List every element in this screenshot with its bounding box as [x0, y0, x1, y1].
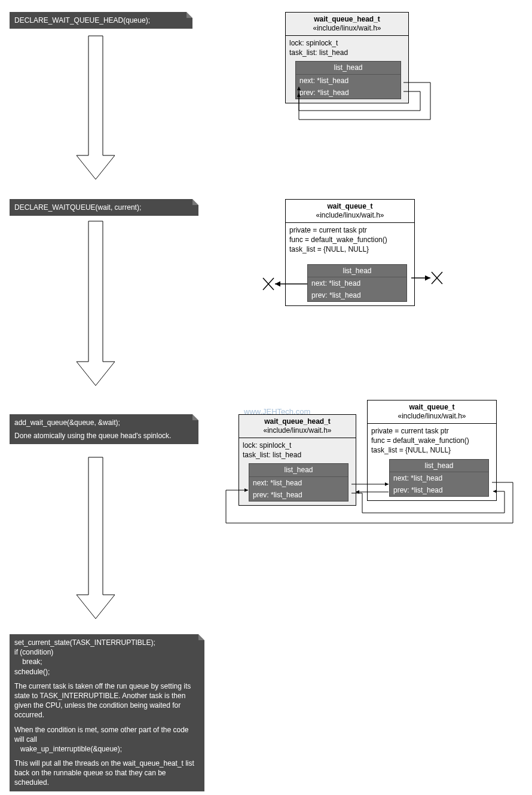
code-line: DECLARE_WAIT_QUEUE_HEAD(queue); [14, 16, 188, 25]
code-box-add-wait-queue: add_wait_queue(&queue, &wait); Done atom… [10, 414, 198, 444]
struct-title: wait_queue_t «include/linux/wait.h» [286, 200, 414, 223]
code-line: break; [14, 657, 200, 666]
fold-icon [198, 634, 204, 640]
svg-line-3 [432, 272, 442, 284]
svg-line-1 [263, 278, 274, 290]
list-head-box: list_head next: *list_head prev: *list_h… [295, 61, 401, 99]
struct-body: lock: spinlock_t task_list: list_head li… [239, 438, 356, 505]
code-desc: This will put all the threads on the wai… [14, 759, 200, 788]
code-desc: wake_up_interruptible(&queue); [14, 744, 200, 754]
struct-head-step3: wait_queue_head_t «include/linux/wait.h»… [239, 414, 356, 506]
fold-icon [192, 414, 198, 420]
struct-wq-step3: wait_queue_t «include/linux/wait.h» priv… [367, 400, 497, 501]
code-line: set_current_state(TASK_INTERRUPTIBLE); [14, 638, 200, 647]
flow-arrow-2 [77, 221, 115, 386]
flow-arrow-3 [77, 457, 115, 619]
list-head-box: list_head next: *list_head prev: *list_h… [249, 463, 348, 502]
code-box-schedule: set_current_state(TASK_INTERRUPTIBLE); i… [10, 634, 204, 791]
code-line: add_wait_queue(&queue, &wait); [14, 418, 194, 427]
list-head-box: list_head next: *list_head prev: *list_h… [307, 264, 407, 302]
fold-icon [192, 199, 198, 205]
struct-head-top: wait_queue_head_t «include/linux/wait.h»… [285, 12, 409, 103]
code-line: DECLARE_WAITQUEUE(wait, current); [14, 203, 194, 212]
struct-title: wait_queue_head_t «include/linux/wait.h» [239, 415, 356, 438]
code-box-declare-head: DECLARE_WAIT_QUEUE_HEAD(queue); [10, 12, 192, 29]
code-desc: When the condition is met, some other pa… [14, 725, 200, 744]
svg-line-0 [263, 278, 274, 290]
struct-wq-mid: wait_queue_t «include/linux/wait.h» priv… [285, 199, 415, 306]
struct-body: lock: spinlock_t task_list: list_head li… [286, 36, 408, 103]
code-line: if (condition) [14, 647, 200, 657]
code-box-declare-wait: DECLARE_WAITQUEUE(wait, current); [10, 199, 198, 216]
struct-body: private = current task ptr func = defaul… [368, 424, 496, 500]
struct-title: wait_queue_t «include/linux/wait.h» [368, 400, 496, 424]
list-head-box: list_head next: *list_head prev: *list_h… [389, 459, 489, 497]
svg-line-2 [432, 272, 442, 284]
null-x-right [411, 272, 442, 284]
code-line: schedule(); [14, 667, 200, 677]
code-desc: Done atomically using the queue head's s… [14, 431, 194, 441]
fold-icon [186, 12, 192, 18]
struct-title: wait_queue_head_t «include/linux/wait.h» [286, 13, 408, 36]
struct-body: private = current task ptr func = defaul… [286, 223, 414, 305]
code-desc: The current task is taken off the run qu… [14, 681, 200, 720]
flow-arrow-1 [77, 36, 115, 179]
